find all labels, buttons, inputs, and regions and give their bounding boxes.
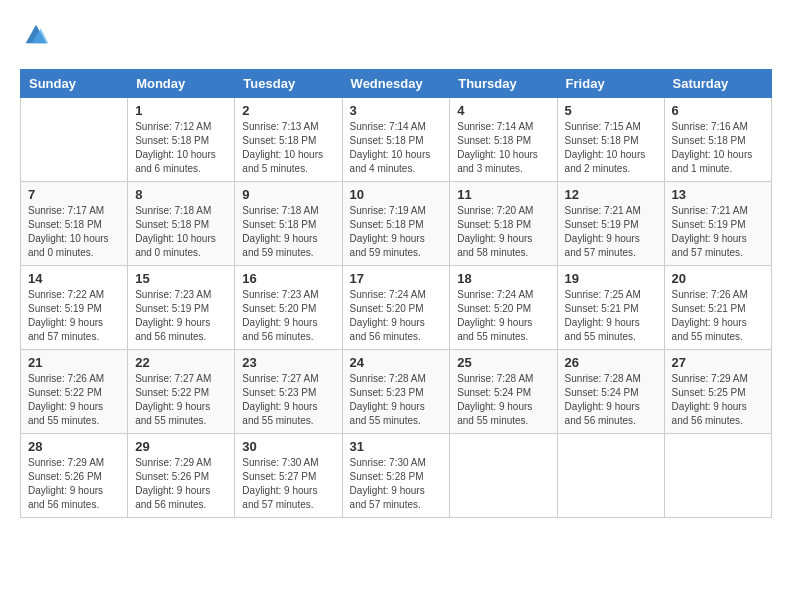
calendar-cell: 19Sunrise: 7:25 AM Sunset: 5:21 PM Dayli…: [557, 266, 664, 350]
day-number: 6: [672, 103, 764, 118]
day-info: Sunrise: 7:19 AM Sunset: 5:18 PM Dayligh…: [350, 204, 443, 260]
calendar-cell: 9Sunrise: 7:18 AM Sunset: 5:18 PM Daylig…: [235, 182, 342, 266]
calendar-cell: 1Sunrise: 7:12 AM Sunset: 5:18 PM Daylig…: [128, 98, 235, 182]
day-info: Sunrise: 7:12 AM Sunset: 5:18 PM Dayligh…: [135, 120, 227, 176]
day-number: 1: [135, 103, 227, 118]
day-number: 3: [350, 103, 443, 118]
calendar-cell: 12Sunrise: 7:21 AM Sunset: 5:19 PM Dayli…: [557, 182, 664, 266]
calendar-cell: 4Sunrise: 7:14 AM Sunset: 5:18 PM Daylig…: [450, 98, 557, 182]
calendar-cell: 2Sunrise: 7:13 AM Sunset: 5:18 PM Daylig…: [235, 98, 342, 182]
day-number: 23: [242, 355, 334, 370]
day-number: 27: [672, 355, 764, 370]
calendar-cell: 20Sunrise: 7:26 AM Sunset: 5:21 PM Dayli…: [664, 266, 771, 350]
week-row-4: 21Sunrise: 7:26 AM Sunset: 5:22 PM Dayli…: [21, 350, 772, 434]
day-info: Sunrise: 7:30 AM Sunset: 5:27 PM Dayligh…: [242, 456, 334, 512]
calendar-body: 1Sunrise: 7:12 AM Sunset: 5:18 PM Daylig…: [21, 98, 772, 518]
day-number: 21: [28, 355, 120, 370]
day-number: 20: [672, 271, 764, 286]
day-number: 4: [457, 103, 549, 118]
calendar-cell: 8Sunrise: 7:18 AM Sunset: 5:18 PM Daylig…: [128, 182, 235, 266]
calendar-cell: 18Sunrise: 7:24 AM Sunset: 5:20 PM Dayli…: [450, 266, 557, 350]
day-number: 22: [135, 355, 227, 370]
day-number: 7: [28, 187, 120, 202]
week-row-1: 1Sunrise: 7:12 AM Sunset: 5:18 PM Daylig…: [21, 98, 772, 182]
week-row-5: 28Sunrise: 7:29 AM Sunset: 5:26 PM Dayli…: [21, 434, 772, 518]
calendar-cell: 14Sunrise: 7:22 AM Sunset: 5:19 PM Dayli…: [21, 266, 128, 350]
calendar-cell: 3Sunrise: 7:14 AM Sunset: 5:18 PM Daylig…: [342, 98, 450, 182]
week-row-2: 7Sunrise: 7:17 AM Sunset: 5:18 PM Daylig…: [21, 182, 772, 266]
page-header: [20, 20, 772, 53]
logo: [20, 24, 50, 53]
calendar-cell: 22Sunrise: 7:27 AM Sunset: 5:22 PM Dayli…: [128, 350, 235, 434]
calendar-cell: [664, 434, 771, 518]
calendar-cell: 6Sunrise: 7:16 AM Sunset: 5:18 PM Daylig…: [664, 98, 771, 182]
calendar-cell: 7Sunrise: 7:17 AM Sunset: 5:18 PM Daylig…: [21, 182, 128, 266]
weekday-tuesday: Tuesday: [235, 70, 342, 98]
calendar-cell: 30Sunrise: 7:30 AM Sunset: 5:27 PM Dayli…: [235, 434, 342, 518]
day-info: Sunrise: 7:30 AM Sunset: 5:28 PM Dayligh…: [350, 456, 443, 512]
day-number: 19: [565, 271, 657, 286]
calendar-cell: 29Sunrise: 7:29 AM Sunset: 5:26 PM Dayli…: [128, 434, 235, 518]
day-info: Sunrise: 7:24 AM Sunset: 5:20 PM Dayligh…: [350, 288, 443, 344]
day-info: Sunrise: 7:27 AM Sunset: 5:22 PM Dayligh…: [135, 372, 227, 428]
day-number: 12: [565, 187, 657, 202]
day-number: 29: [135, 439, 227, 454]
day-info: Sunrise: 7:26 AM Sunset: 5:22 PM Dayligh…: [28, 372, 120, 428]
day-info: Sunrise: 7:26 AM Sunset: 5:21 PM Dayligh…: [672, 288, 764, 344]
calendar-cell: [450, 434, 557, 518]
calendar-table: SundayMondayTuesdayWednesdayThursdayFrid…: [20, 69, 772, 518]
day-number: 8: [135, 187, 227, 202]
day-number: 17: [350, 271, 443, 286]
day-info: Sunrise: 7:29 AM Sunset: 5:25 PM Dayligh…: [672, 372, 764, 428]
day-number: 16: [242, 271, 334, 286]
weekday-header-row: SundayMondayTuesdayWednesdayThursdayFrid…: [21, 70, 772, 98]
day-number: 9: [242, 187, 334, 202]
day-info: Sunrise: 7:23 AM Sunset: 5:19 PM Dayligh…: [135, 288, 227, 344]
day-number: 25: [457, 355, 549, 370]
day-info: Sunrise: 7:18 AM Sunset: 5:18 PM Dayligh…: [242, 204, 334, 260]
week-row-3: 14Sunrise: 7:22 AM Sunset: 5:19 PM Dayli…: [21, 266, 772, 350]
day-info: Sunrise: 7:25 AM Sunset: 5:21 PM Dayligh…: [565, 288, 657, 344]
day-info: Sunrise: 7:20 AM Sunset: 5:18 PM Dayligh…: [457, 204, 549, 260]
day-info: Sunrise: 7:15 AM Sunset: 5:18 PM Dayligh…: [565, 120, 657, 176]
calendar-cell: 24Sunrise: 7:28 AM Sunset: 5:23 PM Dayli…: [342, 350, 450, 434]
day-number: 2: [242, 103, 334, 118]
day-info: Sunrise: 7:14 AM Sunset: 5:18 PM Dayligh…: [350, 120, 443, 176]
calendar-cell: 25Sunrise: 7:28 AM Sunset: 5:24 PM Dayli…: [450, 350, 557, 434]
day-number: 11: [457, 187, 549, 202]
logo-icon: [22, 20, 50, 48]
calendar-cell: 10Sunrise: 7:19 AM Sunset: 5:18 PM Dayli…: [342, 182, 450, 266]
day-number: 24: [350, 355, 443, 370]
day-info: Sunrise: 7:21 AM Sunset: 5:19 PM Dayligh…: [672, 204, 764, 260]
calendar-cell: 26Sunrise: 7:28 AM Sunset: 5:24 PM Dayli…: [557, 350, 664, 434]
day-info: Sunrise: 7:16 AM Sunset: 5:18 PM Dayligh…: [672, 120, 764, 176]
calendar-cell: 28Sunrise: 7:29 AM Sunset: 5:26 PM Dayli…: [21, 434, 128, 518]
day-number: 5: [565, 103, 657, 118]
calendar-cell: 21Sunrise: 7:26 AM Sunset: 5:22 PM Dayli…: [21, 350, 128, 434]
logo-text: [20, 24, 50, 53]
weekday-sunday: Sunday: [21, 70, 128, 98]
day-info: Sunrise: 7:28 AM Sunset: 5:24 PM Dayligh…: [457, 372, 549, 428]
day-number: 30: [242, 439, 334, 454]
day-info: Sunrise: 7:29 AM Sunset: 5:26 PM Dayligh…: [135, 456, 227, 512]
day-info: Sunrise: 7:14 AM Sunset: 5:18 PM Dayligh…: [457, 120, 549, 176]
calendar-cell: 31Sunrise: 7:30 AM Sunset: 5:28 PM Dayli…: [342, 434, 450, 518]
day-number: 18: [457, 271, 549, 286]
calendar-cell: 5Sunrise: 7:15 AM Sunset: 5:18 PM Daylig…: [557, 98, 664, 182]
calendar-cell: 16Sunrise: 7:23 AM Sunset: 5:20 PM Dayli…: [235, 266, 342, 350]
weekday-monday: Monday: [128, 70, 235, 98]
day-number: 15: [135, 271, 227, 286]
day-info: Sunrise: 7:17 AM Sunset: 5:18 PM Dayligh…: [28, 204, 120, 260]
day-info: Sunrise: 7:22 AM Sunset: 5:19 PM Dayligh…: [28, 288, 120, 344]
calendar-cell: [21, 98, 128, 182]
day-info: Sunrise: 7:28 AM Sunset: 5:24 PM Dayligh…: [565, 372, 657, 428]
calendar-cell: 17Sunrise: 7:24 AM Sunset: 5:20 PM Dayli…: [342, 266, 450, 350]
calendar-cell: 23Sunrise: 7:27 AM Sunset: 5:23 PM Dayli…: [235, 350, 342, 434]
calendar-cell: 13Sunrise: 7:21 AM Sunset: 5:19 PM Dayli…: [664, 182, 771, 266]
day-info: Sunrise: 7:27 AM Sunset: 5:23 PM Dayligh…: [242, 372, 334, 428]
day-number: 28: [28, 439, 120, 454]
weekday-wednesday: Wednesday: [342, 70, 450, 98]
day-number: 14: [28, 271, 120, 286]
calendar-cell: [557, 434, 664, 518]
day-info: Sunrise: 7:13 AM Sunset: 5:18 PM Dayligh…: [242, 120, 334, 176]
